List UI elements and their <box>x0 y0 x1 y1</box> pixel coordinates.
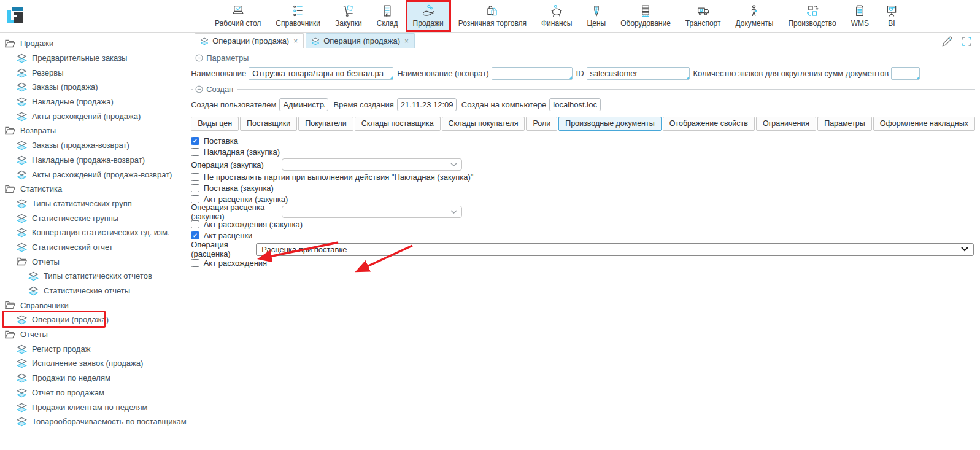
expand-fullscreen-icon[interactable] <box>962 37 971 46</box>
toolbar-item-retail[interactable]: Розничная торговля <box>451 0 534 32</box>
postavka-zakupka-checkbox[interactable] <box>191 184 199 193</box>
tab-otobrazhenie-svojstv[interactable]: Отображение свойств <box>663 117 755 131</box>
tab-pokupateli[interactable]: Покупатели <box>298 117 353 131</box>
collapse-icon[interactable] <box>195 85 203 93</box>
sidebar-item-konvertaciya-ed-izm[interactable]: Конвертация статистических ед. изм. <box>0 225 187 240</box>
toolbar-item-wms[interactable]: WMS <box>844 0 876 32</box>
layers-icon <box>17 227 27 238</box>
checkbox-row-akt-rashozhdeniya: Акт расхождения <box>191 258 975 268</box>
layers-icon <box>17 358 27 368</box>
sidebar-item-operacii-prodazha[interactable]: Операции (продажа) <box>0 312 187 327</box>
toolbar-item-label: Финансы <box>541 19 572 28</box>
collapse-icon[interactable] <box>195 54 203 62</box>
sidebar-folder-prodazhi[interactable]: Продажи <box>0 36 187 51</box>
name-input[interactable] <box>249 67 393 80</box>
tab-operacii-prodazha[interactable]: Операции (продажа) × <box>195 33 304 48</box>
toolbar-item-label: Розничная торговля <box>458 19 527 28</box>
tab-postavshchiki[interactable]: Поставщики <box>240 117 297 131</box>
edit-pencil-icon[interactable] <box>941 36 953 47</box>
sidebar-item-tovarooborachivaemost[interactable]: Товарооборачиваемость по поставщикам <box>0 414 187 429</box>
toolbar-item-sales[interactable]: Продажи <box>406 0 451 32</box>
sidebar-item-zakazy-prodazha[interactable]: Заказы (продажа) <box>0 80 187 95</box>
tab-close-icon[interactable]: × <box>293 37 298 45</box>
toolbar-item-documents[interactable]: Документы <box>728 0 781 32</box>
toolbar-item-bi[interactable]: BI <box>876 0 907 32</box>
created-time-input[interactable] <box>397 98 457 111</box>
nakladnaya-zakupka-checkbox[interactable] <box>191 148 199 157</box>
select-value: Расценка при поставке <box>261 245 347 254</box>
tab-parametry[interactable]: Параметры <box>817 117 872 131</box>
sidebar-item-nakladnye-prodazha[interactable]: Накладные (продажа) <box>0 95 187 109</box>
operaciya-zakupka-dropdown[interactable] <box>282 158 462 171</box>
tab-proizvodnye-dokumenty[interactable]: Производные документы <box>558 117 662 131</box>
checkbox-label: Не проставлять партии при выполнении дей… <box>204 173 474 182</box>
created-by-input[interactable] <box>279 98 328 111</box>
toolbar-item-finance[interactable]: Финансы <box>534 0 579 32</box>
sidebar-item-statgruppy[interactable]: Статистические группы <box>0 211 187 225</box>
sidebar-item-akty-rashozhdenij-vozvrat[interactable]: Акты расхождений (продажа-возврат) <box>0 167 187 182</box>
panel-header-actions <box>941 36 971 47</box>
sidebar-item-otchet-po-prodazham[interactable]: Отчет по продажам <box>0 386 187 400</box>
return-name-input[interactable] <box>492 67 573 80</box>
sidebar-item-registr-prodazh[interactable]: Регистр продаж <box>0 341 187 356</box>
sidebar-item-zakazy-vozvrat[interactable]: Заказы (продажа-возврат) <box>0 138 187 153</box>
rounding-digits-label: Количество знаков для округления сумм до… <box>693 69 889 78</box>
toolbar-item-production[interactable]: Производство <box>781 0 843 32</box>
sidebar-item-ispolnenie-zayavok[interactable]: Исполнение заявок (продажа) <box>0 356 187 371</box>
layers-icon <box>17 314 27 325</box>
sidebar-item-akty-rashozhdenij-prodazha[interactable]: Акты расхождений (продажа) <box>0 109 187 123</box>
sidebar-folder-otchety[interactable]: Отчеты <box>0 327 187 342</box>
toolbar-item-purchases[interactable]: Закупки <box>328 0 369 32</box>
operaciya-rascenka-zakupka-dropdown[interactable] <box>282 206 462 218</box>
toolbar-item-label: Справочники <box>276 19 320 28</box>
tab-operaciya-prodazha[interactable]: Операция (продажа) × <box>306 33 415 48</box>
toolbar-item-transport[interactable]: Транспорт <box>678 0 728 32</box>
layers-icon <box>200 37 209 45</box>
postavka-checkbox[interactable] <box>191 137 199 145</box>
sidebar-folder-vozvraty[interactable]: Возвраты <box>0 123 187 138</box>
tab-sklady-pokupatelya[interactable]: Склады покупателя <box>442 117 525 131</box>
sidebar-item-label: Типы статистических групп <box>32 199 132 208</box>
app-logo[interactable] <box>0 0 29 32</box>
sidebar-item-rezervy[interactable]: Резервы <box>0 65 187 80</box>
sidebar-item-statotchety[interactable]: Статистические отчеты <box>0 284 187 298</box>
folder-icon <box>5 39 15 48</box>
toolbar-item-directories[interactable]: Справочники <box>268 0 328 32</box>
toolbar-item-prices[interactable]: Цены <box>579 0 613 32</box>
tab-roli[interactable]: Роли <box>526 117 557 131</box>
presentation-chart-icon <box>884 4 900 18</box>
tab-ogranicheniya[interactable]: Ограничения <box>756 117 816 131</box>
akt-rashozhdeniya-zakupka-checkbox[interactable] <box>191 220 199 229</box>
checkbox-row-postavka-zakupka: Поставка (закупка) <box>191 183 975 193</box>
operaciya-rascenka-select[interactable]: Расценка при поставке <box>256 243 974 256</box>
akt-rashozhdeniya-checkbox[interactable] <box>191 259 199 268</box>
toolbar-item-warehouse[interactable]: Склад <box>369 0 406 32</box>
tab-vidy-cen[interactable]: Виды цен <box>191 117 239 131</box>
layers-icon <box>17 68 27 78</box>
sidebar-folder-otchety-stat[interactable]: Отчеты <box>0 254 187 269</box>
sidebar-item-nakladnye-vozvrat[interactable]: Накладные (продажа-возврат) <box>0 153 187 168</box>
sidebar-folder-spravochniki[interactable]: Справочники <box>0 298 187 312</box>
sidebar-item-label: Статистические группы <box>32 214 118 223</box>
toolbar-item-equipment[interactable]: Оборудование <box>613 0 678 32</box>
ne-prostavlyat-checkbox[interactable] <box>191 173 199 182</box>
checkbox-row-nakladnaya-zakupka: Накладная (закупка) <box>191 147 975 157</box>
rounding-digits-input[interactable] <box>891 67 920 80</box>
main-panel: Операции (продажа) × Операция (продажа) … <box>187 33 980 449</box>
id-input[interactable] <box>587 67 690 80</box>
tab-close-icon[interactable]: × <box>404 37 409 45</box>
created-computer-input[interactable] <box>549 98 601 111</box>
tab-sklady-postavshchika[interactable]: Склады поставщика <box>355 117 441 131</box>
akt-rascenki-checkbox[interactable] <box>191 231 199 240</box>
sidebar-folder-statistika[interactable]: Статистика <box>0 182 187 196</box>
rounding-digits-field-wrap <box>891 67 920 80</box>
toolbar-item-desktop[interactable]: Рабочий стол <box>207 0 268 32</box>
sidebar-item-tipy-statgrupp[interactable]: Типы статистических групп <box>0 196 187 211</box>
tab-oformlenie-nakladnyh[interactable]: Оформление накладных <box>873 117 975 131</box>
sidebar-item-tipy-statotchetov[interactable]: Типы статистических отчетов <box>0 269 187 284</box>
return-name-field-wrap <box>492 67 573 80</box>
sidebar-item-prodazhi-klientam[interactable]: Продажи клиентам по неделям <box>0 400 187 414</box>
sidebar-item-prodazhi-po-nedelyam[interactable]: Продажи по неделям <box>0 371 187 386</box>
sidebar-item-predvaritelnye-zakazy[interactable]: Предварительные заказы <box>0 51 187 66</box>
sidebar-item-statotchet[interactable]: Статистический отчет <box>0 240 187 255</box>
